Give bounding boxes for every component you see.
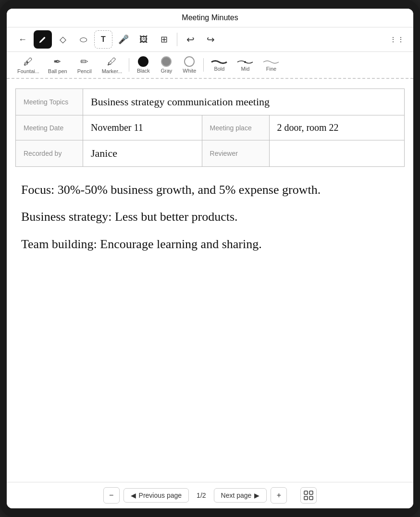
svg-point-0 xyxy=(244,61,246,63)
svg-rect-1 xyxy=(304,491,308,494)
gray-label: Gray xyxy=(161,68,173,74)
note-line-2: Business strategy: Less but better produ… xyxy=(21,208,399,226)
text-button[interactable]: T xyxy=(94,30,112,49)
fountain-pen-label: Fountai... xyxy=(17,68,39,74)
table-button[interactable]: ⊞ xyxy=(155,30,173,49)
pen-tool-button[interactable] xyxy=(34,30,52,49)
pencil-label: Pencil xyxy=(77,68,92,74)
toolbar-sep-1 xyxy=(177,33,177,46)
ball-pen-tool[interactable]: ✒ Ball pen xyxy=(44,54,71,76)
color-gray[interactable]: Gray xyxy=(155,54,177,76)
stroke-bold[interactable]: Bold xyxy=(207,56,232,74)
marker-label: Marker... xyxy=(102,68,123,74)
page-indicator: 1/2 xyxy=(193,492,210,499)
marker-tool[interactable]: 🖊 Marker... xyxy=(98,54,126,76)
svg-rect-4 xyxy=(309,496,313,500)
image-button[interactable]: 🖼 xyxy=(135,30,153,49)
eraser-button[interactable]: ◇ xyxy=(54,30,72,49)
prev-arrow-icon: ◀ xyxy=(131,492,136,499)
notes-area: Focus: 30%-50% business growth, and 5% e… xyxy=(7,172,413,263)
total-pages: 2 xyxy=(202,492,206,499)
device-frame: Meeting Minutes ← ◇ ⬭ T 🎤 🖼 ⊞ ↩ ↪ ⋮⋮ xyxy=(0,0,420,517)
device-screen: Meeting Minutes ← ◇ ⬭ T 🎤 🖼 ⊞ ↩ ↪ ⋮⋮ xyxy=(7,9,413,508)
more-button[interactable]: ⋮⋮ xyxy=(388,30,407,49)
redo-button[interactable]: ↪ xyxy=(201,30,220,49)
undo-button[interactable]: ↩ xyxy=(181,30,199,49)
fine-stroke-icon xyxy=(262,58,280,66)
canvas-area[interactable]: Meeting Topics Business strategy communi… xyxy=(7,79,413,482)
sub-toolbar: 🖋 Fountai... ✒ Ball pen ✏ Pencil 🖊 Marke… xyxy=(7,52,413,79)
fine-label: Fine xyxy=(266,66,276,72)
pencil-icon: ✏ xyxy=(80,56,88,67)
color-white[interactable]: White xyxy=(178,54,200,76)
mid-stroke-icon xyxy=(236,58,254,66)
mid-label: Mid xyxy=(241,66,250,72)
white-circle xyxy=(184,56,195,67)
increase-button[interactable]: + xyxy=(271,487,287,504)
marker-icon: 🖊 xyxy=(107,56,117,67)
bold-label: Bold xyxy=(214,66,224,72)
reviewer-label: Reviewer xyxy=(202,140,269,167)
lasso-button[interactable]: ⬭ xyxy=(74,30,92,49)
current-page: 1 xyxy=(197,492,200,499)
svg-rect-2 xyxy=(309,491,313,494)
fountain-pen-tool[interactable]: 🖋 Fountai... xyxy=(13,54,43,76)
note-line-3: Team building: Encourage learning and sh… xyxy=(21,236,399,253)
fountain-pen-icon: 🖋 xyxy=(24,56,33,67)
prev-page-label: Previous page xyxy=(139,492,182,499)
mic-button[interactable]: 🎤 xyxy=(114,30,133,49)
next-page-button[interactable]: Next page ▶ xyxy=(214,488,267,503)
black-label: Black xyxy=(137,68,150,74)
next-page-label: Next page xyxy=(221,492,252,499)
grid-view-icon xyxy=(304,491,313,500)
grid-view-button[interactable] xyxy=(300,487,317,504)
app-title: Meeting Minutes xyxy=(182,13,238,22)
main-toolbar: ← ◇ ⬭ T 🎤 🖼 ⊞ ↩ ↪ ⋮⋮ xyxy=(7,27,413,52)
title-bar: Meeting Minutes xyxy=(7,9,413,27)
table-row-topics: Meeting Topics Business strategy communi… xyxy=(16,89,405,115)
bold-stroke-icon xyxy=(210,58,228,66)
table-row-date: Meeting Date November 11 Meeting place 2… xyxy=(16,115,405,140)
stroke-mid[interactable]: Mid xyxy=(233,56,258,74)
meeting-topics-label: Meeting Topics xyxy=(16,89,83,115)
note-line-1: Focus: 30%-50% business growth, and 5% e… xyxy=(21,181,399,199)
back-button[interactable]: ← xyxy=(13,30,32,49)
recorded-by-label: Recorded by xyxy=(16,140,83,167)
color-black[interactable]: Black xyxy=(132,54,154,76)
ball-pen-icon: ✒ xyxy=(53,56,62,67)
pencil-tool[interactable]: ✏ Pencil xyxy=(72,54,97,76)
meeting-table: Meeting Topics Business strategy communi… xyxy=(15,88,405,167)
ball-pen-label: Ball pen xyxy=(48,68,67,74)
reviewer-value xyxy=(269,140,404,167)
bottom-nav: − ◀ Previous page 1/2 Next page ▶ + xyxy=(7,482,413,508)
decrease-button[interactable]: − xyxy=(103,487,120,504)
sub-sep-2 xyxy=(203,58,204,72)
stroke-fine[interactable]: Fine xyxy=(259,56,284,74)
black-circle xyxy=(138,56,148,67)
sub-sep-1 xyxy=(129,58,129,72)
meeting-topics-value: Business strategy communication meeting xyxy=(83,89,405,115)
svg-rect-3 xyxy=(304,496,308,500)
gray-circle xyxy=(161,56,172,67)
white-label: White xyxy=(183,68,196,74)
next-arrow-icon: ▶ xyxy=(254,492,259,499)
table-row-recorded: Recorded by Janice Reviewer xyxy=(16,140,405,167)
meeting-date-value: November 11 xyxy=(83,115,202,140)
meeting-place-label: Meeting place xyxy=(202,115,269,140)
recorded-by-value: Janice xyxy=(83,140,202,167)
meeting-date-label: Meeting Date xyxy=(16,115,83,140)
prev-page-button[interactable]: ◀ Previous page xyxy=(124,488,189,503)
meeting-place-value: 2 door, room 22 xyxy=(269,115,404,140)
